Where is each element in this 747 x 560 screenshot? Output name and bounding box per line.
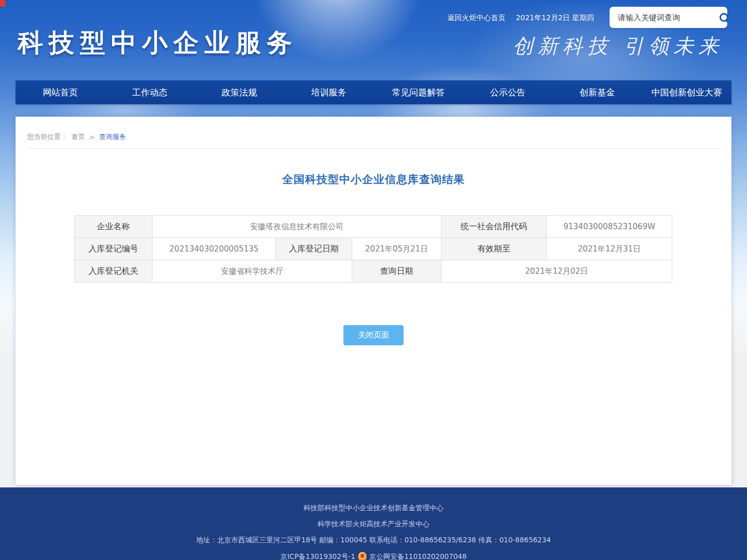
- breadcrumb-prefix: 您当前位置：: [27, 132, 67, 142]
- credit-code-value: 91340300085231069W: [547, 216, 672, 238]
- police-record-link[interactable]: 京公网安备11010202007048: [369, 552, 467, 560]
- nav-item-policies[interactable]: 政策法规: [195, 80, 284, 104]
- site-logo[interactable]: 科技型中小企业服务: [18, 26, 298, 60]
- footer-registration-line: 京ICP备13019302号-1 京公网安备11010202007048: [0, 552, 747, 560]
- header-top-bar: 返回火炬中心首页 2021年12月2日 星期四: [447, 13, 594, 23]
- reg-authority-value: 安徽省科学技术厅: [153, 260, 352, 283]
- nav-item-announcements[interactable]: 公示公告: [463, 80, 553, 104]
- query-date-label: 查询日期: [352, 260, 441, 283]
- nav-item-work-news[interactable]: 工作动态: [105, 80, 195, 104]
- query-date-value: 2021年12月02日: [441, 260, 672, 283]
- company-name-value: 安徽塔孜信息技术有限公司: [153, 216, 441, 238]
- site-slogan: 创新科技 引领未来: [513, 32, 723, 60]
- footer-org-line2: 科学技术部火炬高技术产业开发中心: [0, 520, 747, 529]
- nav-item-faq[interactable]: 常见问题解答: [374, 80, 463, 104]
- reg-number-label: 入库登记编号: [75, 238, 153, 260]
- breadcrumb: 您当前位置： 首页 > 查询服务: [27, 132, 720, 142]
- content-panel: 您当前位置： 首页 > 查询服务 全国科技型中小企业信息库查询结果 企业名称 安…: [16, 117, 731, 485]
- credit-code-label: 统一社会信用代码: [441, 216, 547, 238]
- table-row: 入库登记机关 安徽省科学技术厅 查询日期 2021年12月02日: [75, 260, 673, 283]
- breadcrumb-home-link[interactable]: 首页: [72, 132, 85, 142]
- page-title: 全国科技型中小企业信息库查询结果: [16, 172, 731, 187]
- company-name-label: 企业名称: [75, 216, 153, 238]
- current-date-text: 2021年12月2日 星期四: [516, 13, 594, 23]
- search-input[interactable]: [617, 12, 720, 23]
- public-security-badge-icon: [358, 552, 367, 560]
- valid-until-value: 2021年12月31日: [547, 238, 672, 260]
- breadcrumb-divider: [27, 148, 720, 149]
- return-torch-center-link[interactable]: 返回火炬中心首页: [447, 13, 505, 23]
- nav-item-innovation-fund[interactable]: 创新基金: [552, 80, 642, 104]
- close-page-button[interactable]: 关闭页面: [343, 325, 404, 345]
- search-box: [610, 7, 727, 28]
- nav-item-home[interactable]: 网站首页: [16, 80, 105, 104]
- reg-date-value: 2021年05月21日: [352, 238, 441, 260]
- reg-authority-label: 入库登记机关: [75, 260, 153, 283]
- nav-item-innovation-contest[interactable]: 中国创新创业大赛: [642, 80, 732, 104]
- footer-address-line: 地址：北京市西城区三里河二区甲18号 邮编：100045 联系电话：010-88…: [0, 536, 747, 545]
- footer-org-line1: 科技部科技型中小企业技术创新基金管理中心: [0, 503, 747, 513]
- search-icon[interactable]: [720, 13, 728, 22]
- breadcrumb-separator: >: [89, 133, 95, 141]
- footer: 科技部科技型中小企业技术创新基金管理中心 科学技术部火炬高技术产业开发中心 地址…: [0, 487, 747, 560]
- nav-item-training[interactable]: 培训服务: [284, 80, 374, 104]
- screen-corner-artifact: [0, 0, 5, 7]
- icp-record-link[interactable]: 京ICP备13019302号-1: [281, 552, 355, 560]
- result-table: 企业名称 安徽塔孜信息技术有限公司 统一社会信用代码 9134030008523…: [74, 215, 673, 283]
- valid-until-label: 有效期至: [441, 238, 547, 260]
- table-row: 企业名称 安徽塔孜信息技术有限公司 统一社会信用代码 9134030008523…: [75, 216, 673, 238]
- breadcrumb-current-link[interactable]: 查询服务: [99, 132, 126, 142]
- reg-number-value: 202134030200005135: [153, 238, 276, 260]
- table-row: 入库登记编号 202134030200005135 入库登记日期 2021年05…: [75, 238, 673, 260]
- reg-date-label: 入库登记日期: [276, 238, 352, 260]
- main-nav: 网站首页 工作动态 政策法规 培训服务 常见问题解答 公示公告 创新基金 中国创…: [16, 80, 731, 104]
